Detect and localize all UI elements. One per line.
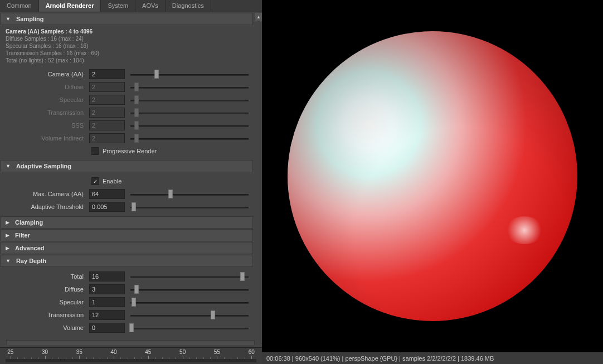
specular-input xyxy=(89,95,125,105)
enable-label: Enable xyxy=(103,178,121,185)
transmission-row: Transmission xyxy=(4,106,253,119)
rd-specular-input[interactable] xyxy=(89,297,125,307)
chevron-down-icon: ▼ xyxy=(6,163,11,169)
ruler-label: 50 xyxy=(179,349,186,355)
rd-volume-input[interactable] xyxy=(89,323,125,333)
diffuse-slider xyxy=(130,82,249,92)
info-camera-samples: Camera (AA) Samples : 4 to 4096 xyxy=(4,28,253,35)
max-camera-input[interactable] xyxy=(89,189,125,199)
camera-aa-row: Camera (AA) xyxy=(4,68,253,80)
section-title: Advanced xyxy=(15,245,45,251)
tabs: CommonArnold RendererSystemAOVsDiagnosti… xyxy=(0,0,262,12)
tab-arnold-renderer[interactable]: Arnold Renderer xyxy=(39,0,101,12)
section-title: Clamping xyxy=(15,219,43,226)
rd-diffuse-input[interactable] xyxy=(89,284,125,294)
section-title: Ray Depth xyxy=(16,258,46,264)
rd-volume-row: Volume xyxy=(4,322,253,334)
ruler-label: 25 xyxy=(7,349,13,355)
chevron-right-icon: ▶ xyxy=(6,232,9,238)
section-advanced[interactable]: ▶ Advanced xyxy=(1,242,253,254)
volume-indirect-row: Volume Indirect xyxy=(4,132,253,144)
sss-row: SSS xyxy=(4,119,253,132)
tab-diagnostics[interactable]: Diagnostics xyxy=(166,0,211,12)
sss-input xyxy=(89,120,125,130)
close-button[interactable]: Close xyxy=(6,340,255,345)
camera-aa-label: Camera (AA) xyxy=(4,71,87,77)
section-filter[interactable]: ▶ Filter xyxy=(1,229,253,241)
rd-transmission-input[interactable] xyxy=(89,310,125,320)
tab-common[interactable]: Common xyxy=(0,0,39,12)
info-transmission: Transmission Samples : 16 (max : 60) xyxy=(4,50,253,57)
rd-total-slider[interactable] xyxy=(130,271,249,282)
section-ray-depth[interactable]: ▼ Ray Depth xyxy=(1,255,253,267)
ruler-label: 30 xyxy=(42,349,48,355)
specular-slider xyxy=(130,95,249,105)
section-sampling[interactable]: ▼ Sampling xyxy=(1,13,253,25)
tab-aovs[interactable]: AOVs xyxy=(135,0,166,12)
info-diffuse: Diffuse Samples : 16 (max : 24) xyxy=(4,35,253,42)
tab-system[interactable]: System xyxy=(101,0,135,12)
timeline-ruler[interactable]: 2530354045505560 xyxy=(0,347,262,364)
ruler-label: 45 xyxy=(145,349,151,355)
chevron-down-icon: ▼ xyxy=(6,16,11,22)
threshold-input[interactable] xyxy=(89,202,125,212)
scroll-up-icon[interactable]: ▲ xyxy=(255,13,262,21)
section-title: Adaptive Sampling xyxy=(16,163,71,169)
rd-transmission-row: Transmission xyxy=(4,309,253,321)
progressive-checkbox[interactable] xyxy=(91,147,99,155)
ruler-label: 60 xyxy=(249,349,255,355)
chevron-right-icon: ▶ xyxy=(6,220,9,225)
threshold-slider[interactable] xyxy=(130,202,249,212)
transmission-input xyxy=(89,108,125,118)
ruler-label: 40 xyxy=(111,349,117,355)
rd-volume-slider[interactable] xyxy=(130,323,249,333)
threshold-row: Adaptive Threshold xyxy=(4,201,253,213)
enable-row: ✓ Enable xyxy=(4,175,253,187)
camera-aa-slider[interactable] xyxy=(130,69,249,79)
progressive-row: Progressive Render xyxy=(4,145,253,157)
diffuse-input xyxy=(89,82,125,92)
status-bar: 00:06:38 | 960x540 (141%) | perspShape {… xyxy=(262,352,603,364)
section-adaptive[interactable]: ▼ Adaptive Sampling xyxy=(1,160,253,172)
sss-slider xyxy=(130,120,249,130)
rd-diffuse-slider[interactable] xyxy=(130,284,249,294)
rd-specular-row: Specular xyxy=(4,296,253,308)
volume-indirect-slider xyxy=(130,133,249,143)
ruler-label: 35 xyxy=(76,349,82,355)
ruler-label: 55 xyxy=(214,349,220,355)
max-camera-row: Max. Camera (AA) xyxy=(4,188,253,200)
rd-total-row: Total xyxy=(4,270,253,283)
rd-transmission-slider[interactable] xyxy=(130,310,249,320)
chevron-down-icon: ▼ xyxy=(6,258,11,264)
enable-checkbox[interactable]: ✓ xyxy=(91,177,99,185)
max-camera-slider[interactable] xyxy=(130,189,249,199)
info-specular: Specular Samples : 16 (max : 16) xyxy=(4,42,253,50)
progressive-label: Progressive Render xyxy=(103,148,157,154)
info-total: Total (no lights) : 52 (max : 104) xyxy=(4,57,253,64)
volume-indirect-input xyxy=(89,133,125,143)
section-clamping[interactable]: ▶ Clamping xyxy=(1,216,253,229)
section-title: Filter xyxy=(15,232,30,239)
render-viewport[interactable] xyxy=(262,0,603,352)
camera-aa-input[interactable] xyxy=(89,69,125,79)
diffuse-row: Diffuse xyxy=(4,81,253,93)
chevron-right-icon: ▶ xyxy=(6,245,9,251)
rd-total-input[interactable] xyxy=(89,271,125,282)
transmission-slider xyxy=(130,108,249,118)
rd-diffuse-row: Diffuse xyxy=(4,283,253,295)
rendered-sphere xyxy=(288,31,577,321)
section-title: Sampling xyxy=(16,16,44,22)
specular-row: Specular xyxy=(4,94,253,106)
rd-specular-slider[interactable] xyxy=(130,297,249,307)
